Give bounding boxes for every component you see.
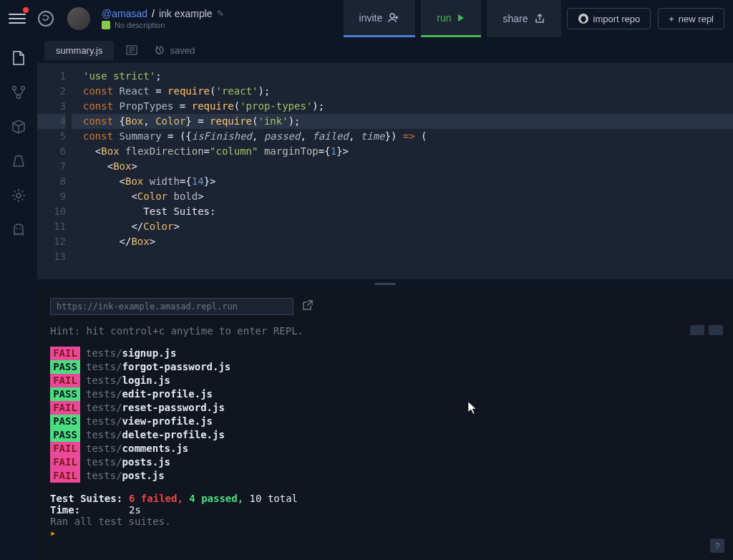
total-count: 10 total	[250, 493, 298, 504]
svg-point-3	[13, 87, 16, 90]
svg-point-0	[39, 11, 53, 26]
github-icon	[578, 13, 589, 24]
console-hint: Hint: hit control+c anytime to enter REP…	[50, 325, 720, 337]
avatar[interactable]	[67, 7, 90, 30]
editor-tabs: summary.js saved	[37, 37, 733, 63]
test-summary: Test Suites: 6 failed, 4 passed, 10 tota…	[50, 493, 720, 539]
prompt[interactable]: ▸	[50, 527, 720, 539]
fail-badge: FAIL	[50, 469, 80, 483]
nodejs-icon	[102, 21, 110, 29]
sidebar	[0, 37, 37, 560]
test-row: PASStests/delete-profile.js	[50, 428, 720, 442]
svg-point-5	[17, 95, 21, 99]
test-row: PASStests/view-profile.js	[50, 415, 720, 428]
ghost-icon[interactable]	[11, 222, 26, 238]
repl-description: No description	[115, 21, 165, 29]
test-row: FAILtests/post.js	[50, 469, 720, 483]
ran-message: Ran all test suites.	[50, 516, 720, 527]
svg-point-7	[16, 228, 18, 229]
settings-icon[interactable]	[11, 188, 26, 203]
pass-badge: PASS	[50, 360, 80, 374]
invite-icon	[388, 12, 399, 24]
import-repo-button[interactable]: import repo	[567, 8, 651, 29]
run-button[interactable]: run	[421, 0, 481, 37]
open-external-icon[interactable]	[301, 299, 314, 314]
repl-name[interactable]: ink example	[159, 8, 213, 19]
debugger-icon[interactable]	[11, 153, 26, 169]
test-row: FAILtests/login.js	[50, 374, 720, 387]
plus-icon: +	[669, 14, 674, 24]
suites-label: Test Suites:	[50, 493, 129, 504]
new-repl-button[interactable]: + new repl	[658, 8, 724, 29]
menu-button[interactable]	[9, 10, 26, 27]
fail-badge: FAIL	[50, 374, 80, 387]
share-icon	[534, 13, 545, 24]
play-icon	[457, 14, 465, 22]
passed-count: 4 passed,	[189, 493, 243, 504]
invite-button[interactable]: invite	[344, 0, 416, 37]
header: @amasad/ink example ✎ No description inv…	[0, 0, 733, 37]
test-row: FAILtests/reset-password.js	[50, 401, 720, 415]
svg-point-1	[390, 14, 394, 18]
replit-logo-icon[interactable]	[36, 9, 56, 29]
time-label: Time:	[50, 504, 129, 516]
pane-divider[interactable]	[37, 279, 733, 288]
failed-count: 6 failed,	[129, 493, 183, 504]
history-icon	[154, 44, 165, 56]
test-row: PASStests/forgot-password.js	[50, 360, 720, 374]
svg-point-4	[21, 87, 25, 90]
markdown-preview-icon[interactable]	[125, 44, 138, 57]
share-button[interactable]: share	[487, 0, 560, 37]
terminal-clear-icon[interactable]	[709, 325, 723, 335]
packages-icon[interactable]	[11, 119, 26, 135]
files-icon[interactable]	[11, 50, 26, 66]
help-button[interactable]: ?	[710, 539, 724, 553]
pass-badge: PASS	[50, 428, 80, 442]
console-pane: Hint: hit control+c anytime to enter REP…	[37, 288, 733, 560]
test-row: FAILtests/comments.js	[50, 442, 720, 455]
fail-badge: FAIL	[50, 455, 80, 469]
saved-indicator: saved	[154, 44, 195, 56]
test-results: FAILtests/signup.jsPASStests/forgot-pass…	[50, 347, 720, 483]
test-row: FAILtests/posts.js	[50, 455, 720, 469]
fail-badge: FAIL	[50, 347, 80, 360]
edit-icon[interactable]: ✎	[217, 9, 224, 19]
test-row: FAILtests/signup.js	[50, 347, 720, 360]
repl-info: @amasad/ink example ✎ No description	[102, 8, 224, 29]
pass-badge: PASS	[50, 387, 80, 401]
pass-badge: PASS	[50, 415, 80, 428]
repl-owner[interactable]: @amasad	[102, 8, 147, 19]
version-control-icon[interactable]	[11, 85, 26, 100]
test-row: PASStests/edit-profile.js	[50, 387, 720, 401]
repl-url-input[interactable]	[50, 298, 293, 315]
notification-dot-icon	[23, 7, 29, 13]
svg-point-6	[16, 193, 21, 198]
code-editor[interactable]: 12345678910111213 'use strict';const Rea…	[37, 63, 733, 279]
svg-point-8	[20, 228, 21, 229]
time-value: 2s	[129, 504, 141, 516]
tab-summary[interactable]: summary.js	[44, 41, 114, 60]
terminal-input-icon[interactable]	[690, 325, 704, 335]
fail-badge: FAIL	[50, 442, 80, 455]
fail-badge: FAIL	[50, 401, 80, 415]
